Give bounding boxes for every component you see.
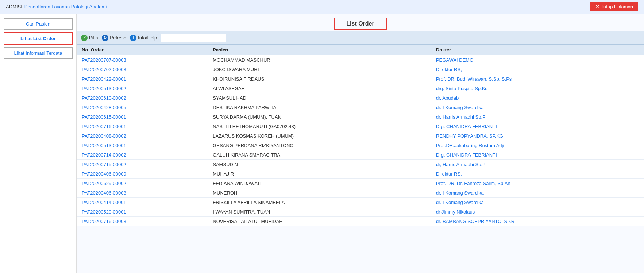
- cell-pasien: DESTIKA RAKHMA PARWITA: [208, 103, 431, 112]
- cell-dokter: dr. I Komang Swardika: [431, 103, 644, 112]
- cell-pasien: GESANG PERDANA RIZKIYANTONO: [208, 141, 431, 150]
- table-row[interactable]: PAT20200513-00001GESANG PERDANA RIZKIYAN…: [77, 141, 644, 150]
- pilih-label: Pilih: [89, 35, 98, 41]
- cell-pasien: NOVERISA LAILATUL MUFIDAH: [208, 217, 431, 226]
- lihat-informasi-terdata-button[interactable]: Lihat Informasi Terdata: [4, 47, 73, 59]
- cell-dokter: drg. Sinta Puspita Sp.Kg: [431, 84, 644, 93]
- col-order-no: No. Order: [77, 45, 208, 55]
- col-dokter: Dokter: [431, 45, 644, 55]
- cell-dokter: Direktur RS,: [431, 65, 644, 74]
- breadcrumb-area: ADMISI Pendaftaran Layanan Patologi Anat…: [6, 4, 107, 9]
- cell-order-no: PAT20200714-00002: [77, 150, 208, 160]
- main-layout: Cari Pasien Lihat List Order Lihat Infor…: [0, 14, 644, 273]
- cell-pasien: SYAMSUL HADI: [208, 93, 431, 103]
- cell-pasien: MUHAJIR: [208, 169, 431, 179]
- cell-dokter: Prof. DR. Dr. Fahreza Salim, Sp.An: [431, 179, 644, 188]
- cell-order-no: PAT20200513-00001: [77, 141, 208, 150]
- search-input[interactable]: [161, 34, 226, 42]
- cell-order-no: PAT20200428-00005: [77, 103, 208, 112]
- refresh-button[interactable]: ↻ Refresh: [102, 35, 127, 41]
- cell-pasien: KHOIRUNISA FIRDAUS: [208, 74, 431, 84]
- cell-order-no: PAT20200716-00001: [77, 122, 208, 131]
- cell-dokter: Drg. CHANIDRA FEBRIANTI: [431, 122, 644, 131]
- cell-pasien: SURYA DARMA (UMUM), TUAN: [208, 112, 431, 122]
- table-row[interactable]: PAT20200715-00002SAMSUDINdr, Harris Arma…: [77, 160, 644, 169]
- cell-order-no: PAT20200707-00003: [77, 55, 208, 65]
- cell-dokter: dr, Harris Armadhi Sp.P: [431, 160, 644, 169]
- table-row[interactable]: PAT20200702-00003JOKO ISWARA MURTIDirekt…: [77, 65, 644, 74]
- cell-dokter: RENDHY POPYANDRA, SP.KG: [431, 131, 644, 141]
- pilih-button[interactable]: ✓ Pilih: [81, 35, 98, 41]
- cell-pasien: GALUH KIRANA SMARACITRA: [208, 150, 431, 160]
- table-row[interactable]: PAT20200408-00002LAZARUS KOSMAS KOREH (U…: [77, 131, 644, 141]
- cell-order-no: PAT20200615-00001: [77, 112, 208, 122]
- table-row[interactable]: PAT20200610-00002SYAMSUL HADIdr. Abudabi: [77, 93, 644, 103]
- toolbar: ✓ Pilih ↻ Refresh i Info/Help: [77, 31, 644, 45]
- cell-pasien: ALWI ASEGAF: [208, 84, 431, 93]
- cell-pasien: SAMSUDIN: [208, 160, 431, 169]
- close-button[interactable]: ✕ Tutup Halaman: [590, 2, 638, 11]
- cell-pasien: FEDIANA WINDAWATI: [208, 179, 431, 188]
- cell-pasien: FRISKILLA AFRILLA SINAMBELA: [208, 198, 431, 207]
- cell-order-no: PAT20200716-00003: [77, 217, 208, 226]
- cell-dokter: Prof.DR.Jakabaring Rustam Adji: [431, 141, 644, 150]
- table-row[interactable]: PAT20200714-00002GALUH KIRANA SMARACITRA…: [77, 150, 644, 160]
- cell-pasien: I WAYAN SUMITRA, TUAN: [208, 207, 431, 217]
- sidebar: Cari Pasien Lihat List Order Lihat Infor…: [0, 14, 77, 273]
- table-row[interactable]: PAT20200414-00001FRISKILLA AFRILLA SINAM…: [77, 198, 644, 207]
- admisi-label: ADMISI: [6, 4, 22, 9]
- cell-dokter: PEGAWAI DEMO: [431, 55, 644, 65]
- cell-dokter: Prof. DR. Budi Wirawan, S.Sp.,S.Ps: [431, 74, 644, 84]
- cell-pasien: NASTITI RETNOMARUTI (GA0702.43): [208, 122, 431, 131]
- cell-order-no: PAT20200610-00002: [77, 93, 208, 103]
- table-row[interactable]: PAT20200422-00001KHOIRUNISA FIRDAUSProf.…: [77, 74, 644, 84]
- cell-pasien: JOKO ISWARA MURTI: [208, 65, 431, 74]
- refresh-label: Refresh: [110, 35, 127, 41]
- cell-dokter: dr. BAMBANG SOEPRIYANTO, SP.R: [431, 217, 644, 226]
- cell-pasien: LAZARUS KOSMAS KOREH (UMUM): [208, 131, 431, 141]
- lihat-list-order-button[interactable]: Lihat List Order: [4, 32, 73, 45]
- table-row[interactable]: PAT20200428-00005DESTIKA RAKHMA PARWITAd…: [77, 103, 644, 112]
- cell-order-no: PAT20200408-00002: [77, 131, 208, 141]
- top-bar: ADMISI Pendaftaran Layanan Patologi Anat…: [0, 0, 644, 14]
- cell-dokter: Drg. CHANIDRA FEBRIANTI: [431, 150, 644, 160]
- table-row[interactable]: PAT20200716-00001NASTITI RETNOMARUTI (GA…: [77, 122, 644, 131]
- info-label: Info/Help: [138, 35, 157, 41]
- cell-dokter: Direktur RS,: [431, 169, 644, 179]
- table-header-row: No. Order Pasien Dokter: [77, 45, 644, 55]
- cell-order-no: PAT20200513-00002: [77, 84, 208, 93]
- cell-order-no: PAT20200702-00003: [77, 65, 208, 74]
- cari-pasien-button[interactable]: Cari Pasien: [4, 18, 73, 30]
- cell-dokter: dr. I Komang Swardika: [431, 198, 644, 207]
- cell-order-no: PAT20200715-00002: [77, 160, 208, 169]
- list-order-title: List Order: [334, 18, 386, 30]
- cell-order-no: PAT20200629-00002: [77, 179, 208, 188]
- cell-order-no: PAT20200414-00001: [77, 198, 208, 207]
- table-row[interactable]: PAT20200520-00001I WAYAN SUMITRA, TUANdr…: [77, 207, 644, 217]
- cell-order-no: PAT20200520-00001: [77, 207, 208, 217]
- cell-dokter: dr Jimmy Nikolaus: [431, 207, 644, 217]
- cell-dokter: dr, Harris Armadhi Sp.P: [431, 112, 644, 122]
- col-pasien: Pasien: [208, 45, 431, 55]
- table-row[interactable]: PAT20200513-00002ALWI ASEGAFdrg. Sinta P…: [77, 84, 644, 93]
- cell-order-no: PAT20200422-00001: [77, 74, 208, 84]
- refresh-icon: ↻: [102, 35, 108, 41]
- cell-order-no: PAT20200406-00009: [77, 169, 208, 179]
- orders-table: No. Order Pasien Dokter PAT20200707-0000…: [77, 45, 644, 226]
- cell-pasien: MOCHAMMAD MASCHUR: [208, 55, 431, 65]
- cell-dokter: dr. I Komang Swardika: [431, 188, 644, 198]
- info-icon: i: [130, 35, 136, 41]
- info-help-button[interactable]: i Info/Help: [130, 35, 157, 41]
- table-row[interactable]: PAT20200406-00008MUNEROHdr. I Komang Swa…: [77, 188, 644, 198]
- table-row[interactable]: PAT20200406-00009MUHAJIRDirektur RS,: [77, 169, 644, 179]
- breadcrumb-link[interactable]: Pendaftaran Layanan Patologi Anatomi: [24, 4, 107, 9]
- content-area: List Order ✓ Pilih ↻ Refresh i Info/Help: [77, 14, 644, 273]
- table-row[interactable]: PAT20200615-00001SURYA DARMA (UMUM), TUA…: [77, 112, 644, 122]
- table-row[interactable]: PAT20200716-00003NOVERISA LAILATUL MUFID…: [77, 217, 644, 226]
- table-row[interactable]: PAT20200707-00003MOCHAMMAD MASCHURPEGAWA…: [77, 55, 644, 65]
- cell-order-no: PAT20200406-00008: [77, 188, 208, 198]
- table-row[interactable]: PAT20200629-00002FEDIANA WINDAWATIProf. …: [77, 179, 644, 188]
- table-wrap: No. Order Pasien Dokter PAT20200707-0000…: [77, 45, 644, 273]
- cell-pasien: MUNEROH: [208, 188, 431, 198]
- cell-dokter: dr. Abudabi: [431, 93, 644, 103]
